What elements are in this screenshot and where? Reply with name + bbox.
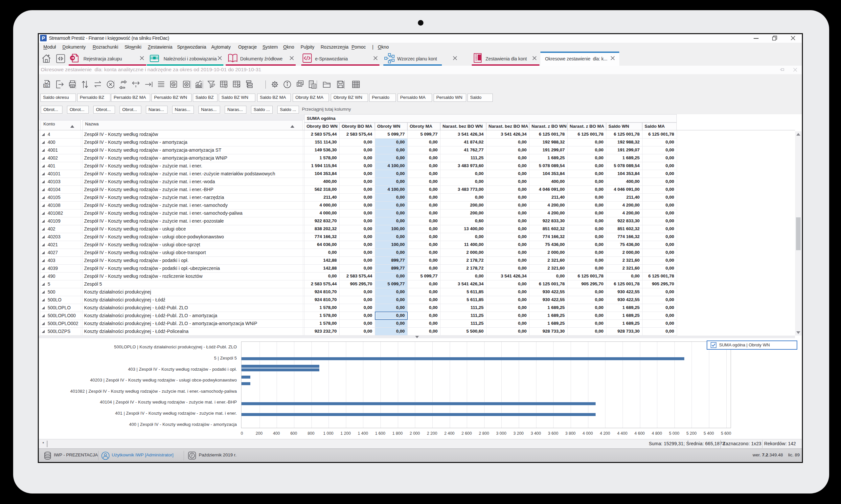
toolbar-btn[interactable] [322, 80, 331, 89]
toolbar-btn[interactable] [336, 80, 345, 89]
toolbar-btn[interactable] [296, 80, 304, 89]
chip[interactable]: Saldo okresu [40, 94, 76, 102]
tab[interactable]: Rejestracja zakupu [84, 55, 122, 62]
menu-item[interactable]: Słowniki [124, 43, 141, 52]
menu-item[interactable]: Rozszerzenia [321, 43, 349, 52]
chip[interactable]: Saldo ... [251, 106, 273, 114]
svg-text:SQL: SQL [45, 85, 49, 87]
titlebar: P Streamsoft Prestiż - Finanse i księgow… [39, 34, 802, 43]
tab-active[interactable]: Okresowe zestawienie dla: k... [545, 55, 608, 62]
chip[interactable]: Naras... [198, 106, 220, 114]
chip[interactable]: Naras... [172, 106, 194, 114]
chip[interactable]: Persaldo BZ MA [111, 94, 150, 102]
bottom-bar: IWP - PREZENTACJA Użytkownik IWP [Admini… [39, 449, 802, 462]
menu-item[interactable]: System [262, 43, 278, 52]
toolbar-btn[interactable] [144, 80, 153, 89]
user[interactable]: Użytkownik IWP [Administrator] [112, 452, 173, 457]
btn-close [790, 35, 796, 41]
chip[interactable]: Persaldo BZ WN [152, 94, 192, 102]
toolbar-btn[interactable] [81, 80, 89, 89]
chip[interactable]: Naras... [146, 106, 168, 114]
menu-item[interactable]: Moduł [43, 43, 56, 52]
menu-item[interactable]: | [372, 43, 373, 52]
menu-item[interactable]: Okno [283, 43, 294, 52]
tab[interactable]: Dokumenty źródłowe [240, 55, 282, 62]
app-window: P Streamsoft Prestiż - Finanse i księgow… [38, 33, 803, 463]
chip[interactable]: Obroty BZ WN [331, 94, 368, 102]
toolbar-btn[interactable] [170, 80, 178, 89]
toolbar-btn[interactable] [283, 80, 292, 89]
toolbar: SQL [39, 74, 802, 93]
chip[interactable]: Saldo BZ WN [219, 94, 255, 102]
chip[interactable]: Obrot... [67, 106, 89, 114]
menu-item[interactable]: Automaty [211, 43, 231, 52]
grid-header: Konto Nazwa SUMA ogólna Obroty BO WN Obr… [39, 114, 802, 130]
menu-item[interactable]: Okno [378, 43, 389, 52]
breadcrumb: Okresowe zestawienie dla: konta analityc… [39, 66, 802, 74]
chip[interactable]: Obrot... [120, 106, 141, 114]
chip[interactable]: Persaldo MA [398, 94, 432, 102]
camera-dot [418, 20, 423, 25]
toolbar-btn[interactable] [207, 80, 216, 89]
tab[interactable]: Zestawienia dla kont [486, 55, 527, 62]
toolbar-btn[interactable] [220, 80, 228, 89]
menu-item[interactable]: Rozrachunki [93, 43, 118, 52]
scrollbar [795, 131, 802, 336]
menu-item[interactable]: Dokumenty [63, 43, 86, 52]
toolbar-btn[interactable] [132, 80, 140, 89]
chip[interactable]: Persaldo [369, 94, 396, 102]
toolbar-btn[interactable] [157, 80, 165, 89]
tab[interactable]: e-Sprawozdania [315, 55, 348, 62]
chip[interactable]: Persaldo WN [434, 94, 466, 102]
menu-item[interactable]: Zestawienia [148, 43, 173, 52]
toolbar-btn[interactable] [55, 80, 64, 89]
menu-item[interactable]: Pulpity [301, 43, 314, 52]
desktop: P Streamsoft Prestiż - Finanse i księgow… [0, 0, 841, 504]
chip[interactable]: Obrot... [41, 106, 63, 114]
toolbar-btn[interactable] [93, 80, 102, 89]
tab[interactable]: Wzorzec planu kont [397, 55, 437, 62]
chip[interactable]: Saldo BZ [193, 94, 217, 102]
toolbar-btn[interactable] [270, 80, 279, 89]
menu-item[interactable]: Pomoc [351, 43, 366, 52]
chip[interactable]: Saldo ... [277, 106, 299, 114]
scroll-thumb[interactable] [796, 217, 801, 250]
plot [241, 341, 731, 428]
toolbar-btn[interactable] [232, 80, 241, 89]
toolbar-btn[interactable] [119, 80, 127, 89]
toolbar-btn[interactable] [106, 80, 115, 89]
toolbar-btn[interactable]: SQL [43, 80, 52, 89]
menubar: Moduł Dokumenty Rozrachunki Słowniki Zes… [39, 43, 802, 52]
chip[interactable]: Obroty BZ MA [293, 94, 329, 102]
menu-item[interactable]: Sprawozdania [177, 43, 206, 52]
btn-max [772, 35, 777, 41]
status-row: * Suma: 15299,31; Średnia: 665,1873 Zazn… [39, 439, 802, 449]
toolbar-btn[interactable] [245, 80, 253, 89]
toolbar-btn[interactable] [308, 80, 317, 89]
chip[interactable]: Saldo BZ MA [257, 94, 291, 102]
chip[interactable]: Persaldo BZ [77, 94, 110, 102]
tab[interactable]: Należności i zobowiązania [163, 55, 217, 62]
toolbar-btn[interactable] [194, 80, 203, 89]
grid-body: 4 Zespół IV - Koszty według rodzajów 2 5… [39, 130, 802, 338]
chip[interactable]: Saldo [468, 94, 493, 102]
menu-item[interactable]: Operacje [238, 43, 257, 52]
toolbar-btn[interactable] [351, 80, 361, 89]
btn-min[interactable] [754, 38, 758, 39]
tabbar: Rejestracja zakupu Należności i zobowiąz… [39, 52, 802, 66]
chip[interactable]: Naras... [225, 106, 246, 114]
filter-chips: Saldo okresu Persaldo BZ Persaldo BZ MA … [39, 93, 802, 114]
chart: 500LOPLO | Koszty działalności produkcyj… [39, 338, 802, 437]
toolbar-btn[interactable] [182, 80, 191, 89]
chip[interactable]: Obrot... [93, 106, 115, 114]
